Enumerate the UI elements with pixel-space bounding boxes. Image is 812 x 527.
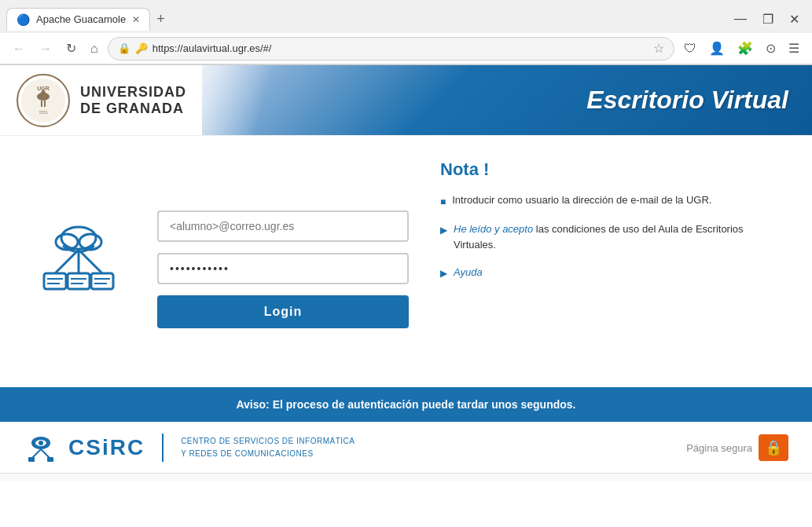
tab-area: 🔵 Apache Guacamole ✕ + xyxy=(6,8,723,31)
granada-line: DE GRANADA xyxy=(80,101,186,117)
svg-rect-7 xyxy=(41,101,42,107)
ayuda-link[interactable]: Ayuda xyxy=(454,265,483,280)
csirc-desc-line1: Centro de Servicios de Informática xyxy=(181,435,355,448)
info-bar-message: Aviso: El proceso de autenticación puede… xyxy=(236,398,575,411)
browser-titlebar: 🔵 Apache Guacamole ✕ + — ❐ ✕ xyxy=(0,0,812,33)
lock-icon: 🔒 xyxy=(759,434,788,461)
address-bar[interactable]: 🔒 🔑 ☆ xyxy=(108,37,674,60)
scrollbar-area xyxy=(0,473,812,481)
maximize-button[interactable]: ❐ xyxy=(756,9,780,30)
svg-point-27 xyxy=(39,441,43,445)
csirc-desc-line2: y Redes de Comunicaciones xyxy=(181,448,355,460)
nota-text-2: He leído y acepto las condiciones de uso… xyxy=(454,221,781,252)
svg-line-15 xyxy=(79,250,102,273)
info-bar: Aviso: El proceso de autenticación puede… xyxy=(0,387,812,422)
guacamole-icon-area xyxy=(16,152,141,371)
page-header: UGR 1531 UNIVERSIDAD DE GRANADA Escritor… xyxy=(0,65,812,136)
nota-item-1: ■ Introducir como usuario la dirección d… xyxy=(440,192,781,209)
terms-link[interactable]: He leído y acepto xyxy=(454,223,533,235)
svg-text:1531: 1531 xyxy=(39,110,47,115)
back-button[interactable]: ← xyxy=(8,38,30,59)
menu-icon[interactable]: ☰ xyxy=(784,38,804,59)
svg-rect-16 xyxy=(44,273,66,289)
university-name: UNIVERSIDAD DE GRANADA xyxy=(80,84,186,117)
browser-chrome: 🔵 Apache Guacamole ✕ + — ❐ ✕ ← → ↻ ⌂ 🔒 🔑… xyxy=(0,0,812,65)
bookmark-icon[interactable]: ☆ xyxy=(653,41,664,56)
security-icon: 🔒 xyxy=(118,42,130,54)
extensions-icon[interactable]: 🧩 xyxy=(733,38,758,59)
profile-icon[interactable]: 👤 xyxy=(704,38,729,59)
csirc-icon xyxy=(24,432,59,463)
window-controls: — ❐ ✕ xyxy=(728,9,806,30)
csirc-description: Centro de Servicios de Informática y Red… xyxy=(181,435,355,460)
main-area: Login Nota ! ■ Introducir como usuario l… xyxy=(0,136,812,387)
svg-line-13 xyxy=(55,250,79,273)
nota-panel: Nota ! ■ Introducir como usuario la dire… xyxy=(424,152,796,371)
page-content: UGR 1531 UNIVERSIDAD DE GRANADA Escritor… xyxy=(0,65,812,527)
shield-icon[interactable]: 🛡 xyxy=(679,38,701,59)
svg-rect-30 xyxy=(28,457,35,462)
nota-header: Nota ! xyxy=(440,159,781,180)
csirc-divider xyxy=(162,434,164,462)
refresh-button[interactable]: ↻ xyxy=(61,38,81,59)
login-button[interactable]: Login xyxy=(157,295,409,328)
close-button[interactable]: ✕ xyxy=(783,9,806,30)
secure-page-indicator: Página segura 🔒 xyxy=(686,434,788,461)
banner: Escritorio Virtual xyxy=(202,65,812,135)
svg-rect-31 xyxy=(47,457,53,462)
bullet-icon-1: ■ xyxy=(440,195,446,209)
svg-rect-18 xyxy=(91,273,113,289)
login-form: Login xyxy=(157,152,409,371)
toolbar-icons: 🛡 👤 🧩 ⊙ ☰ xyxy=(679,38,804,59)
browser-toolbar: ← → ↻ ⌂ 🔒 🔑 ☆ 🛡 👤 🧩 ⊙ ☰ xyxy=(0,33,812,64)
nota-item-3: ▶ Ayuda xyxy=(440,265,781,280)
new-tab-button[interactable]: + xyxy=(150,8,171,31)
svg-rect-8 xyxy=(44,101,46,107)
tab-label: Apache Guacamole xyxy=(36,13,126,25)
nota-item-2: ▶ He leído y acepto las condiciones de u… xyxy=(440,221,781,252)
svg-rect-17 xyxy=(68,273,90,289)
username-input[interactable] xyxy=(157,210,409,242)
nota-exclaim: ! xyxy=(483,159,489,180)
university-logo: UGR 1531 UNIVERSIDAD DE GRANADA xyxy=(0,65,202,135)
minimize-button[interactable]: — xyxy=(728,9,753,29)
arrow-icon-3: ▶ xyxy=(440,266,447,280)
nota-title: Nota xyxy=(440,159,479,180)
network-icon xyxy=(31,214,126,309)
pagina-segura-label: Página segura xyxy=(686,442,752,454)
forward-button[interactable]: → xyxy=(35,38,57,59)
footer: CSiRC Centro de Servicios de Informática… xyxy=(0,422,812,473)
ugr-emblem: UGR 1531 xyxy=(16,73,71,128)
csirc-logo: CSiRC Centro de Servicios de Informática… xyxy=(24,432,355,463)
url-input[interactable] xyxy=(152,42,648,54)
password-input[interactable] xyxy=(157,253,409,284)
tab-favicon: 🔵 xyxy=(17,13,30,26)
active-tab[interactable]: 🔵 Apache Guacamole ✕ xyxy=(6,8,150,31)
home-button[interactable]: ⌂ xyxy=(86,38,103,59)
lock-icon: 🔑 xyxy=(135,42,148,54)
tab-close-button[interactable]: ✕ xyxy=(132,14,140,25)
universidad-line: UNIVERSIDAD xyxy=(80,84,186,101)
screenshot-icon[interactable]: ⊙ xyxy=(761,38,781,59)
arrow-icon-2: ▶ xyxy=(440,223,447,237)
nota-text-1: Introducir como usuario la dirección de … xyxy=(452,192,711,208)
banner-title: Escritorio Virtual xyxy=(586,86,788,115)
svg-point-10 xyxy=(61,227,96,249)
csirc-name: CSiRC xyxy=(68,435,145,460)
